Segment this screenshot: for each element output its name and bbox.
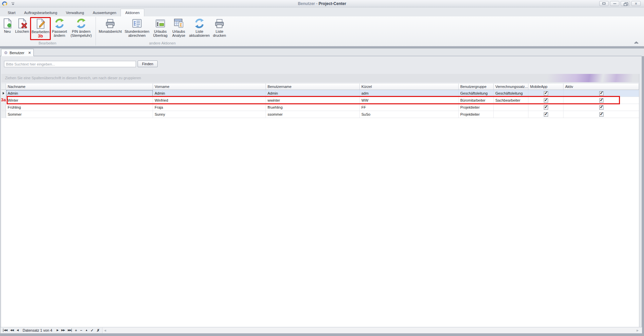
table-row-winter[interactable]: Winter Winfried wwinter WW Büromitarbeit… xyxy=(1,97,639,104)
cell-aktiv[interactable]: ✓ xyxy=(564,111,639,118)
passwort-aendern-button[interactable]: Passwort ändern xyxy=(51,17,68,37)
minimize-button[interactable] xyxy=(610,1,619,6)
prev-page-button[interactable]: ◀◀ xyxy=(10,329,13,332)
search-input[interactable] xyxy=(4,61,136,67)
checkbox-checked[interactable]: ✓ xyxy=(599,98,604,103)
cell-nachname[interactable]: Admin xyxy=(6,90,153,97)
tab-close-icon[interactable]: × xyxy=(28,50,31,55)
collapse-ribbon-icon[interactable] xyxy=(633,40,639,44)
cell-aktiv[interactable]: ✓ xyxy=(564,97,639,104)
close-button[interactable]: × xyxy=(631,1,641,6)
cell-aktiv[interactable]: ✓ xyxy=(564,104,639,111)
passwort-aendern-label: Passwort ändern xyxy=(51,29,68,37)
edit-record-button[interactable]: ▲ xyxy=(85,329,88,332)
next-page-button[interactable]: ▶▶ xyxy=(61,329,65,332)
first-record-button[interactable]: ◀◀ xyxy=(3,329,7,332)
header-vorname[interactable]: Vorname xyxy=(153,84,266,90)
checkbox-checked[interactable]: ✓ xyxy=(599,91,604,96)
check-icon: ✓ xyxy=(600,104,604,109)
tab-auftragsbearbeitung[interactable]: Auftragsbearbeitung xyxy=(20,9,61,16)
urlaubs-analyse-button[interactable]: Σ Urlaubs Analyse xyxy=(170,17,187,37)
cell-vorname[interactable]: Admin xyxy=(153,90,266,97)
checkbox-checked[interactable]: ✓ xyxy=(599,112,604,117)
tab-verwaltung[interactable]: Verwaltung xyxy=(61,9,88,16)
group-by-bar[interactable]: Ziehen Sie eine Spaltenüberschrift in di… xyxy=(1,74,639,82)
cell-kuerzel[interactable]: SuSo xyxy=(360,111,459,118)
cell-mobileapp[interactable]: ✓ xyxy=(528,97,564,104)
checkbox-checked[interactable]: ✓ xyxy=(544,91,548,96)
cell-mobileapp[interactable]: ✓ xyxy=(528,90,564,97)
cell-kuerzel[interactable]: WW xyxy=(360,97,459,104)
header-benutzername[interactable]: Benutzername xyxy=(266,84,360,90)
restore-button[interactable] xyxy=(621,1,630,6)
checkbox-checked[interactable]: ✓ xyxy=(599,105,604,110)
neu-label: Neu xyxy=(4,29,11,33)
header-verrechnungssatz[interactable]: Verrechnungssatz... xyxy=(494,84,528,90)
cell-benutzername[interactable]: Admin xyxy=(266,90,360,97)
cell-vorname[interactable]: Winfried xyxy=(153,97,266,104)
table-row-admin[interactable]: Admin Admin Admin adm Geschäftsleitung G… xyxy=(1,90,639,97)
tab-start[interactable]: Start xyxy=(3,9,20,16)
header-benutzergruppe[interactable]: Benutzergruppe xyxy=(459,84,494,90)
append-record-button[interactable]: + xyxy=(75,329,77,332)
header-mobileapp[interactable]: MobileApp xyxy=(528,84,564,90)
document-delete-icon xyxy=(17,18,27,29)
bearbeiten-button[interactable]: Bearbeiten 3b xyxy=(30,17,51,40)
liste-drucken-button[interactable]: Liste drucken xyxy=(211,17,227,37)
cell-verrechnungssatz[interactable] xyxy=(494,111,528,118)
stundenkonten-abrechnen-button[interactable]: Stundenkonten abrechnen xyxy=(123,17,151,37)
scroll-right-icon[interactable]: ▶ xyxy=(637,329,639,332)
urlaubs-uebertrag-button[interactable]: Urlaubs Übertrag xyxy=(151,17,170,37)
neu-button[interactable]: Neu xyxy=(1,17,14,33)
table-row-fruehling[interactable]: Frühling Fraja ffruehling FF Projektleit… xyxy=(1,104,639,111)
cell-verrechnungssatz[interactable] xyxy=(494,104,528,111)
loeschen-button[interactable]: Löschen xyxy=(14,17,30,33)
checkbox-checked[interactable]: ✓ xyxy=(544,98,548,103)
cell-kuerzel[interactable]: adm xyxy=(360,90,459,97)
cell-benutzergruppe[interactable]: Projektleiter xyxy=(459,111,494,118)
tab-aktionen[interactable]: Aktionen xyxy=(121,9,144,16)
cell-benutzername[interactable]: ffruehling xyxy=(266,104,360,111)
cell-nachname[interactable]: Sommer xyxy=(6,111,153,118)
next-record-button[interactable]: ▶ xyxy=(56,329,58,332)
pin-aendern-button[interactable]: PIN ändern (Stempeluhr) xyxy=(68,17,94,37)
tab-benutzer[interactable]: ⚙ Benutzer × xyxy=(1,49,34,56)
monatsbericht-button[interactable]: Monatsbericht xyxy=(97,17,123,33)
checkbox-checked[interactable]: ✓ xyxy=(544,112,548,117)
horizontal-scrollbar[interactable]: ◀ ▶ xyxy=(102,328,642,333)
header-kuerzel[interactable]: Kürzel xyxy=(360,84,459,90)
content-panel: Finden Ziehen Sie eine Spaltenüberschrif… xyxy=(0,56,642,333)
table-row-sommer[interactable]: Sommer Sunny ssommer SuSo Projektleiter … xyxy=(1,111,639,118)
last-record-button[interactable]: ▶▶ xyxy=(68,329,72,332)
cell-aktiv[interactable]: ✓ xyxy=(564,90,639,97)
cell-benutzergruppe[interactable]: Geschäftsleitung xyxy=(459,90,494,97)
post-edit-button[interactable]: ✓ xyxy=(91,329,94,332)
cell-vorname[interactable]: Sunny xyxy=(153,111,266,118)
scroll-left-icon[interactable]: ◀ xyxy=(104,329,106,332)
cell-benutzername[interactable]: ssommer xyxy=(266,111,360,118)
cell-benutzergruppe[interactable]: Büromitarbeiter xyxy=(459,97,494,104)
delete-record-button[interactable]: − xyxy=(80,329,82,332)
header-aktiv[interactable]: Aktiv xyxy=(564,84,639,90)
cell-mobileapp[interactable]: ✓ xyxy=(528,104,564,111)
display-mode-button[interactable] xyxy=(599,1,609,6)
ribbon-group-separator xyxy=(96,17,96,45)
current-row-arrow-icon xyxy=(3,92,4,95)
cell-benutzername[interactable]: wwinter xyxy=(266,97,360,104)
row-indicator xyxy=(1,111,6,118)
cell-benutzergruppe[interactable]: Projektleiter xyxy=(459,104,494,111)
cell-verrechnungssatz[interactable]: Sachbearbeiter xyxy=(494,97,528,104)
cell-vorname[interactable]: Fraja xyxy=(153,104,266,111)
cell-kuerzel[interactable]: FF xyxy=(360,104,459,111)
cancel-edit-button[interactable]: ✗ xyxy=(97,329,100,332)
cell-verrechnungssatz[interactable]: Geschäftsleitung xyxy=(494,90,528,97)
cell-nachname[interactable]: Frühling xyxy=(6,104,153,111)
cell-nachname[interactable]: Winter xyxy=(6,97,153,104)
prev-record-button[interactable]: ◀ xyxy=(17,329,18,332)
liste-aktualisieren-button[interactable]: Liste aktualisieren xyxy=(187,17,211,37)
header-nachname[interactable]: Nachname xyxy=(6,84,153,90)
tab-auswertungen[interactable]: Auswertungen xyxy=(89,9,121,16)
cell-mobileapp[interactable]: ✓ xyxy=(528,111,564,118)
finden-button[interactable]: Finden xyxy=(138,61,158,67)
checkbox-checked[interactable]: ✓ xyxy=(544,105,548,110)
